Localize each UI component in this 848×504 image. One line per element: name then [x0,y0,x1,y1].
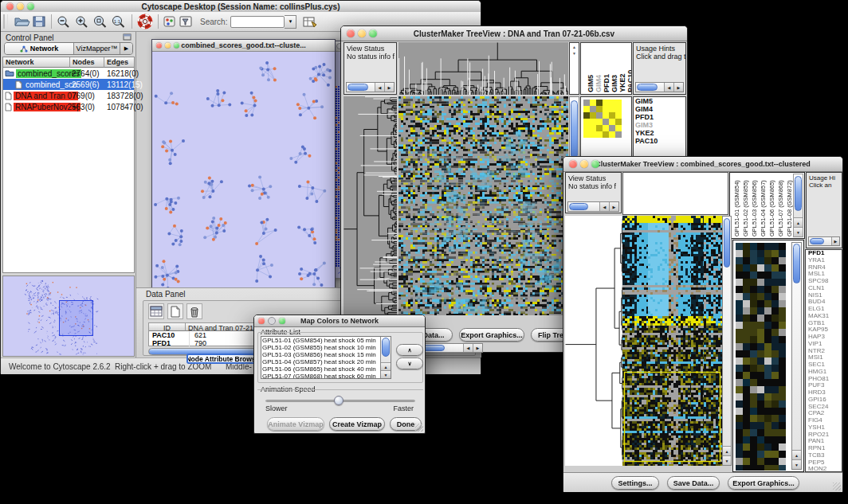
tv2-usage-hints-scrollbar[interactable] [808,236,840,246]
close-button[interactable] [6,3,14,10]
scroll-down-button[interactable] [572,51,576,56]
tv1-view-status-scrollbar[interactable] [346,82,395,92]
tv1-column-label[interactable]: YKE2 [618,73,626,92]
zoom-button[interactable] [369,29,377,37]
toolbar-drag-handle[interactable] [3,14,8,29]
scroll-right-button[interactable] [384,83,394,92]
help-lifesaver-icon[interactable] [135,14,155,29]
network-view-canvas-1[interactable] [152,52,335,302]
tv2-gene-label[interactable]: RPN1 [806,445,842,452]
birdseye-view[interactable] [2,275,135,357]
network-row[interactable]: combined_sco2569(6)13112(15) [3,79,134,90]
tv2-gene-label[interactable]: ELG1 [806,306,842,313]
tv2-gene-label[interactable]: RPO21 [806,432,842,439]
main-titlebar[interactable]: Cytoscape Desktop (Session Name: collins… [1,1,481,13]
tv2-gene-label[interactable]: TCB3 [806,452,842,459]
treeview2-titlebar[interactable]: ClusterMaker TreeView : combined_scores_… [563,157,842,172]
scroll-left-button[interactable] [664,83,673,92]
move-up-button[interactable]: ∧ [396,344,423,356]
move-down-button[interactable]: ∨ [396,357,423,369]
attribute-list-item[interactable]: GPL51-02 (GSM855) heat shock 10 min [262,344,379,351]
tv2-gene-label[interactable]: CPA2 [806,410,842,417]
tv2-gene-label[interactable]: PFD1 [806,250,842,257]
tv2-export-graphics-button[interactable]: Export Graphics... [728,476,799,490]
tv1-dendro-scroll-strip[interactable] [569,42,579,95]
close-button[interactable] [156,43,162,49]
column-header-nodes[interactable]: Nodes [70,57,104,68]
scroll-right-button[interactable] [609,202,618,211]
close-button[interactable] [347,29,355,37]
scroll-up-button[interactable] [572,45,576,49]
scroll-up-button[interactable] [792,450,801,459]
tv2-gene-label[interactable]: MSI1 [806,354,842,361]
attribute-list-item[interactable]: GPL51-06 (GSM865) heat shock 40 min [262,365,379,373]
minimize-button[interactable] [268,317,276,325]
scroll-left-button[interactable] [375,83,384,92]
zoom-button[interactable] [279,318,285,324]
tv1-column-label[interactable]: GIM3 [610,75,618,92]
zoom-in-icon[interactable] [73,14,92,29]
tv2-gene-label[interactable]: GPI16 [806,397,842,404]
minimize-button[interactable] [580,160,588,168]
tv2-gene-label[interactable]: PHO81 [806,376,842,383]
resize-grip[interactable] [833,483,841,490]
tv2-gene-label[interactable]: MAK31 [806,313,842,320]
zoom-button[interactable] [27,3,34,10]
import-table-icon[interactable] [301,14,319,29]
float-panel-icon[interactable] [123,33,132,41]
tv2-column-label[interactable]: GPL51-01 (GSM854) [733,180,740,236]
tv2-heatmap[interactable] [622,216,722,466]
tv2-settings-button[interactable]: Settings... [611,476,659,490]
tv1-export-graphics-button[interactable]: Export Graphics... [459,328,524,342]
annotation-icon[interactable] [178,14,195,29]
tab-network[interactable]: Network [5,43,74,54]
tv2-column-label[interactable]: GPL51-08 (GSM872) [786,180,793,236]
attribute-list-item[interactable]: GPL51-07 (GSM868) heat shock 60 min [262,373,379,379]
tv1-bottom-scrollbar[interactable] [421,343,483,353]
search-dropdown-button[interactable]: ▼ [285,15,296,29]
tv2-gene-label[interactable]: PUF3 [806,382,842,389]
attribute-list-item[interactable]: GPL51-04 (GSM857) heat shock 20 min [262,358,379,365]
tv1-column-label[interactable]: PFD1 [603,74,610,92]
tab-vizmapper[interactable]: VizMapper™ [74,43,120,54]
animate-vizmap-button[interactable]: Animate Vizmap [267,417,324,431]
zoom-button[interactable] [591,160,599,168]
tv1-gene-label[interactable]: GIM4 [634,105,685,113]
scroll-right-button[interactable] [831,237,839,245]
tv2-gene-label[interactable]: MON2 [806,466,842,472]
tv2-zoom-heatmap[interactable] [736,243,786,471]
tv2-column-label[interactable]: GPL51-04 (GSM857) [760,180,767,236]
tv1-column-dendrogram[interactable] [398,42,568,95]
tv1-column-label[interactable]: GIM4 [595,75,603,92]
zoom-selected-icon[interactable] [92,14,110,29]
tv2-row-dendrogram[interactable] [565,216,622,466]
open-session-icon[interactable] [13,14,30,29]
minimize-button[interactable] [17,3,24,10]
tv1-summary-matrix[interactable] [583,100,622,138]
scroll-down-button[interactable] [381,370,391,378]
tv2-heatmap-vscrollbar[interactable] [722,216,732,466]
tab-overflow-button[interactable]: ▶ [120,43,132,54]
scroll-left-button[interactable] [463,344,473,352]
attribute-table-icon[interactable] [148,303,164,319]
network-row[interactable]: RNAPuberNov2+|563(0)107847(0) [3,101,134,112]
zoom-button[interactable] [174,43,179,49]
tv2-gene-label[interactable]: VIP1 [806,341,842,348]
vizmapper-icon[interactable] [162,14,178,29]
attribute-list-vscrollbar[interactable] [380,337,391,378]
tv2-gene-label[interactable]: SPC98 [806,278,842,285]
tv2-gene-label[interactable]: NTR2 [806,348,842,355]
tv2-column-dendrogram-area[interactable] [622,172,728,215]
tv1-gene-label[interactable]: GIM5 [634,97,685,105]
scroll-down-button[interactable] [792,459,801,469]
tv1-gene-label[interactable]: PAC10 [634,137,685,145]
tv2-gene-label[interactable]: CLN1 [806,285,842,292]
network-row[interactable]: combined_scores2764(0)16218(0) [3,68,134,79]
tv2-gene-label[interactable]: PAN1 [806,438,842,445]
search-input[interactable] [230,16,285,28]
node-attribute-browser-tab[interactable]: Node Attribute Brows [186,354,255,364]
tv1-gene-label[interactable]: PFD1 [634,113,685,121]
column-header-edges[interactable]: Edges [104,57,134,68]
create-vizmap-button[interactable]: Create Vizmap [329,417,385,431]
minimize-button[interactable] [358,29,366,37]
